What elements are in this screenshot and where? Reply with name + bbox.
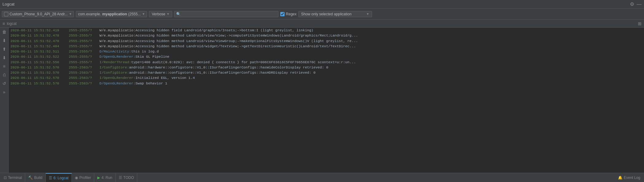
tab-profiler[interactable]: ◉ Profiler (72, 173, 94, 182)
search-input[interactable] (182, 12, 276, 16)
device-chevron-icon: ▼ (69, 12, 72, 16)
todo-icon: ☰ (119, 176, 122, 180)
restart-icon[interactable]: ↺ (1, 80, 7, 87)
terminal-icon: ⊡ (4, 176, 7, 180)
log-content[interactable]: 2020-06-11 15:51:52.419 2555-2555/? W/e.… (9, 28, 644, 173)
app-selector[interactable]: com.example.myapplication (2555... ▼ (76, 11, 147, 17)
log-message: android::hardware::configstore::V1_0::IS… (129, 70, 316, 75)
logcat-section-label: logcat (7, 21, 17, 26)
title-bar: Logcat ⚙ — (0, 0, 644, 9)
device-selector[interactable]: Custom_Phone_9.0_API_28 Andr... ▼ (2, 11, 74, 17)
show-only-label: Show only selected application (301, 12, 365, 16)
log-message: android::hardware::configstore::V1_0::IS… (129, 65, 328, 70)
show-only-selector[interactable]: Show only selected application ▼ (298, 11, 372, 17)
tab-todo-label: TODO (123, 176, 134, 180)
log-pid: 2555-2555/? (69, 44, 99, 49)
log-line[interactable]: 2020-06-11 15:51:52.522 2555-2555/? D/Op… (9, 54, 644, 59)
menu-icon[interactable]: ≡ (2, 21, 5, 26)
logcat-title: Logcat (2, 2, 14, 6)
log-message: Accessing hidden field Landroid/graphics… (135, 28, 313, 33)
log-line[interactable]: 2020-06-11 15:51:52.570 2555-2583/? D/Op… (9, 81, 644, 86)
sidebar: 🗑 ⬇ ⬆ ⬇ ≡ ⎙ ↺ » (0, 28, 9, 173)
verbose-chevron-icon: ▼ (166, 12, 169, 16)
tab-profiler-label: Profiler (79, 176, 91, 180)
app-bold-label: myapplication (102, 12, 127, 16)
logcat-header-left: ≡ logcat (2, 21, 17, 26)
log-line[interactable]: 2020-06-11 15:51:52.478 2555-2555/? W/e.… (9, 33, 644, 38)
title-bar-icons: ⚙ — (630, 1, 642, 7)
tab-run-label: 4: Run (101, 176, 112, 180)
tab-build-label: Build (34, 176, 42, 180)
event-log-tab[interactable]: 🔔 Event Log (615, 174, 643, 181)
log-pid: 2555-2583/? (69, 81, 99, 86)
device-icon (4, 12, 8, 16)
log-pid: 2555-2555/? (69, 38, 99, 44)
main-area: 🗑 ⬇ ⬆ ⬇ ≡ ⎙ ↺ » 2020-06-11 15:51:52.419 … (0, 28, 644, 173)
scroll-down-icon[interactable]: ⬇ (1, 37, 7, 44)
tab-todo[interactable]: ☰ TODO (116, 173, 137, 182)
tab-run[interactable]: ▶ 4: Run (94, 173, 115, 182)
profiler-icon: ◉ (75, 176, 78, 180)
log-message: this is log.d (131, 49, 159, 54)
log-tag: D/OpenGLRenderer: (99, 54, 135, 59)
log-tag: W/e.myapplicatio: (99, 28, 135, 33)
title-bar-left: Logcat (2, 2, 14, 6)
tab-build[interactable]: 🔨 Build (25, 173, 46, 182)
log-tag: D/MainActivity: (99, 49, 131, 54)
log-timestamp: 2020-06-11 15:51:52.419 (10, 28, 69, 33)
device-label: Custom_Phone_9.0_API_28 Andr... (10, 12, 68, 16)
log-message: Accessing hidden method Landroid/view/Vi… (135, 33, 358, 38)
columns-icon[interactable]: ⊞ (638, 21, 642, 26)
logcat-section-header: ≡ logcat ⊞ (0, 20, 644, 28)
regex-label: Regex (286, 12, 297, 16)
log-tag: I/OpenGLRenderer: (99, 75, 135, 80)
log-timestamp: 2020-06-11 15:51:52.478 (10, 38, 69, 44)
filter-icon[interactable]: ≡ (1, 63, 7, 69)
log-line[interactable]: 2020-06-11 15:51:52.570 2555-2583/? I/Op… (9, 75, 644, 80)
print-icon[interactable]: ⎙ (1, 72, 7, 78)
toolbar: Custom_Phone_9.0_API_28 Andr... ▼ com.ex… (0, 9, 644, 20)
log-tag: W/e.myapplicatio: (99, 44, 135, 49)
log-line[interactable]: 2020-06-11 15:51:52.419 2555-2555/? W/e.… (9, 28, 644, 33)
log-timestamp: 2020-06-11 15:51:52.556 (10, 60, 69, 65)
log-line[interactable]: 2020-06-11 15:51:52.570 2555-2583/? I/Co… (9, 70, 644, 75)
log-tag: D/OpenGLRenderer: (99, 81, 135, 86)
log-line[interactable]: 2020-06-11 15:51:52.556 2555-2555/? I/Re… (9, 60, 644, 65)
search-icon: 🔍 (176, 12, 181, 16)
log-line[interactable]: 2020-06-11 15:51:52.484 2555-2555/? W/e.… (9, 44, 644, 49)
clear-icon[interactable]: 🗑 (1, 29, 7, 35)
log-timestamp: 2020-06-11 15:51:52.511 (10, 49, 69, 54)
log-timestamp: 2020-06-11 15:51:52.570 (10, 81, 69, 86)
log-pid: 2555-2555/? (69, 54, 99, 59)
search-box[interactable]: 🔍 (174, 11, 278, 17)
log-pid: 2555-2583/? (69, 75, 99, 80)
regex-area: Regex (280, 12, 297, 16)
log-message: Accessing hidden method Landroid/view/Vi… (135, 38, 358, 44)
log-message: Accessing hidden method Landroid/widget/… (135, 44, 356, 49)
tab-logcat[interactable]: ☰ 6: Logcat (46, 173, 72, 182)
log-timestamp: 2020-06-11 15:51:52.484 (10, 44, 69, 49)
settings-icon[interactable]: ⚙ (630, 1, 634, 7)
bottom-tabs: ⊡ Terminal 🔨 Build ☰ 6: Logcat ◉ Profile… (0, 173, 644, 182)
log-line[interactable]: 2020-06-11 15:51:52.570 2555-2583/? I/Co… (9, 65, 644, 70)
scroll-up-icon[interactable]: ⬆ (1, 46, 7, 52)
log-line[interactable]: 2020-06-11 15:51:52.478 2555-2555/? W/e.… (9, 38, 644, 44)
log-pid: 2555-2583/? (69, 70, 99, 75)
log-pid: 2555-2555/? (69, 49, 99, 54)
log-tag: W/e.myapplicatio: (99, 33, 135, 38)
log-line[interactable]: 2020-06-11 15:51:52.511 2555-2555/? D/Ma… (9, 49, 644, 54)
app-chevron-icon: ▼ (142, 12, 145, 16)
tab-terminal-label: Terminal (8, 176, 22, 180)
log-tag: I/ConfigStore: (99, 65, 129, 70)
log-message: type=1400 audit(0.0:829): avc: denied { … (131, 60, 356, 65)
build-icon: 🔨 (28, 176, 33, 180)
more-icon[interactable]: » (1, 89, 7, 95)
minimize-icon[interactable]: — (637, 2, 642, 7)
log-pid: 2555-2555/? (69, 28, 99, 33)
tab-terminal[interactable]: ⊡ Terminal (1, 173, 25, 182)
log-message: Swap behavior 1 (135, 81, 167, 86)
verbose-selector[interactable]: Verbose ▼ (149, 11, 172, 17)
export-icon[interactable]: ⬇ (1, 55, 7, 61)
log-timestamp: 2020-06-11 15:51:52.570 (10, 70, 69, 75)
regex-checkbox[interactable] (280, 12, 285, 16)
